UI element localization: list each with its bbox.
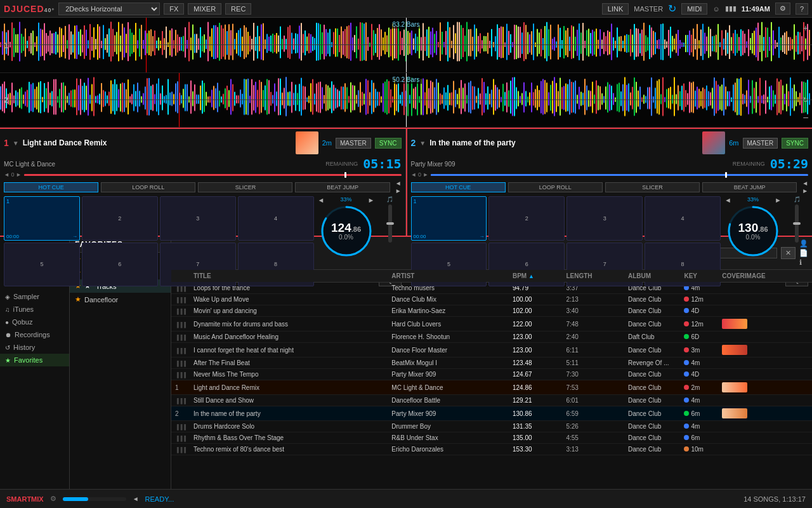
table-row[interactable]: ▐▐▐I cannot forget the heat of that nigh… — [171, 343, 812, 358]
settings-button[interactable]: ⚙ — [775, 3, 790, 15]
deck-2-pitch-slider[interactable] — [795, 204, 799, 243]
deck-1-pad-4[interactable]: 4 — [238, 196, 314, 241]
fav-item-dancefloor[interactable]: ★ Dancefloor — [70, 293, 171, 306]
waveform-track-1[interactable]: 1 83.2 Bars + — [0, 18, 812, 73]
cell-num: 2 — [171, 406, 190, 421]
link-button[interactable]: LINK — [602, 3, 629, 15]
table-row[interactable]: ▐▐▐Wake Up and MoveDance Club Mix100.002… — [171, 294, 812, 305]
col-artist[interactable]: ARTIST — [388, 270, 509, 283]
deck-1-pad-5[interactable]: 5 — [4, 243, 80, 287]
deck-1-pad-3[interactable]: 3 — [160, 196, 236, 241]
col-title[interactable]: TITLE — [190, 270, 388, 283]
bpm-up-1[interactable]: ► — [368, 196, 375, 204]
rec-button[interactable]: REC — [225, 3, 251, 15]
deck-1-pad-2[interactable]: 2 — [82, 196, 158, 241]
deck-2-pad-1[interactable]: 1 00:00 → — [411, 196, 487, 241]
cell-key: 6D — [680, 331, 718, 343]
panel-icon-1[interactable]: 👤 — [799, 239, 808, 248]
deck-1-beatjump-tab[interactable]: BEAT JUMP — [295, 182, 390, 192]
close-panel-btn[interactable]: ✕ — [781, 247, 796, 259]
table-row[interactable]: 2In the name of the partyParty Mixer 909… — [171, 406, 812, 421]
deck-2-pad-2[interactable]: 2 — [488, 196, 565, 241]
table-row[interactable]: ▐▐▐Movin' up and dancingErika Martino-Sa… — [171, 305, 812, 317]
waveform-track-2[interactable]: 2 50.2 Bars ↻ – — [0, 73, 812, 128]
deck-2-slicer-tab[interactable]: SLICER — [605, 182, 700, 192]
cell-num: 1 — [171, 380, 190, 395]
table-row[interactable]: ▐▐▐Still Dance and ShowDancefloor Battle… — [171, 395, 812, 406]
smartmix-bar[interactable] — [63, 497, 126, 501]
deck-1-master-btn[interactable]: MASTER — [336, 138, 371, 149]
table-row[interactable]: 1Light and Dance RemixMC Light & Dance12… — [171, 380, 812, 395]
cell-title: After The Final Beat — [190, 358, 388, 369]
deck-2-sync-btn[interactable]: SYNC — [782, 138, 808, 149]
cell-album: Dance Club — [624, 294, 680, 305]
deck-1-pitch-slider[interactable] — [388, 204, 392, 243]
mixer-button[interactable]: MIXER — [188, 3, 221, 15]
col-key[interactable]: KEY — [680, 270, 718, 283]
cell-title: Still Dance and Show — [190, 395, 388, 406]
deck-1-pad-1[interactable]: 1 00:00 → — [4, 196, 80, 241]
fx-button[interactable]: FX — [164, 3, 184, 15]
smartmix-gear-icon[interactable]: ⚙ — [50, 495, 56, 503]
sidebar-item-recordings[interactable]: ⏺ Recordings — [0, 328, 69, 341]
cell-key: 6m — [680, 406, 718, 421]
deck-1-hotcue-tab[interactable]: HOT CUE — [4, 182, 98, 192]
sidebar-item-favorites[interactable]: ★ Favorites — [0, 354, 69, 366]
deck-1-pad-6[interactable]: 6 — [82, 243, 158, 287]
table-row[interactable]: ▐▐▐Never Miss The TempoParty Mixer 90912… — [171, 369, 812, 380]
table-row[interactable]: ▐▐▐Music And Dancefloor HealingFlorence … — [171, 331, 812, 343]
table-row[interactable]: ▐▐▐Techno remix of 80's dance bestEricho… — [171, 444, 812, 455]
sidebar-item-qobuz[interactable]: ● Qobuz — [0, 316, 69, 328]
deck-1-pitch-bar[interactable] — [24, 174, 402, 176]
cell-title: Techno remix of 80's dance best — [190, 444, 388, 455]
cell-album: Dance Club — [624, 305, 680, 317]
sidebar-item-sampler[interactable]: ◈ Sampler — [0, 290, 69, 303]
table-row[interactable]: ▐▐▐Rhythm & Bass Over The StageR&B Under… — [171, 432, 812, 444]
qobuz-icon: ● — [5, 319, 9, 326]
midi-button[interactable]: MIDI — [681, 3, 707, 15]
bpm-up-2[interactable]: ► — [775, 196, 782, 204]
cell-num: ▐▐▐ — [171, 305, 190, 317]
cell-key: 4D — [680, 305, 718, 317]
deck-1-artwork — [296, 131, 318, 154]
deck-1-arrow[interactable]: ▼ — [13, 140, 19, 147]
col-album[interactable]: ALBUM — [624, 270, 680, 283]
deck-1: 1 ▼ Light and Dance Remix 2m MASTER SYNC… — [0, 129, 406, 236]
col-bpm[interactable]: BPM ▲ — [509, 270, 562, 283]
sidebar-item-itunes[interactable]: ♫ iTunes — [0, 303, 69, 316]
cell-num: ▐▐▐ — [171, 421, 190, 432]
zoom-in-1[interactable]: + — [803, 23, 808, 33]
deck-2-looproll-tab[interactable]: LOOP ROLL — [508, 182, 603, 192]
deck-2-keytime: 6m — [729, 139, 738, 147]
table-row[interactable]: ▐▐▐Drums Hardcore SoloDrummer Boy131.355… — [171, 421, 812, 432]
bpm-down-2[interactable]: ◄ — [724, 196, 731, 204]
deck-2-pitch-bar[interactable] — [431, 174, 808, 176]
bpm-value-2: 130.86 0.0% — [738, 222, 768, 241]
bpm-down-1[interactable]: ◄ — [318, 196, 325, 204]
smartmix-arrows: ◄ — [133, 495, 139, 502]
deck-2-arrow[interactable]: ▼ — [419, 140, 426, 147]
deck-2-pct: 33% — [747, 196, 759, 204]
deck-2-master-btn[interactable]: MASTER — [743, 138, 778, 149]
panel-icon-2[interactable]: 📄 — [799, 249, 808, 257]
cell-key: 4m — [680, 421, 718, 432]
deck-1-looproll-tab[interactable]: LOOP ROLL — [101, 182, 195, 192]
table-row[interactable]: ▐▐▐Dynamite mix for drums and bassHard C… — [171, 317, 812, 331]
deck-1-sync-btn[interactable]: SYNC — [375, 138, 402, 149]
cell-length: 7:53 — [562, 380, 624, 395]
col-cover[interactable]: COVERIMAGE — [718, 270, 812, 283]
deck-2-pad-3[interactable]: 3 — [566, 196, 643, 241]
col-length[interactable]: LENGTH — [562, 270, 624, 283]
cell-num: ▐▐▐ — [171, 317, 190, 331]
deck-2-artist-row: Party Mixer 909 REMAINING 05:29 — [411, 156, 809, 171]
deck-2-hotcue-tab[interactable]: HOT CUE — [411, 182, 506, 192]
zoom-out-2[interactable]: – — [803, 112, 808, 122]
table-row[interactable]: ▐▐▐After The Final BeatBeatMix Mogul I12… — [171, 358, 812, 369]
deck-2-pad-4[interactable]: 4 — [645, 196, 721, 241]
help-button[interactable]: ? — [796, 3, 808, 15]
sidebar-item-history[interactable]: ↺ History — [0, 341, 69, 354]
deck-1-slicer-tab[interactable]: SLICER — [198, 182, 292, 192]
deck-2-beatjump-tab[interactable]: BEAT JUMP — [702, 182, 797, 192]
layout-select[interactable]: 2Decks Horizontal — [58, 3, 160, 15]
panel-icon-3[interactable]: ℹ — [799, 258, 808, 267]
